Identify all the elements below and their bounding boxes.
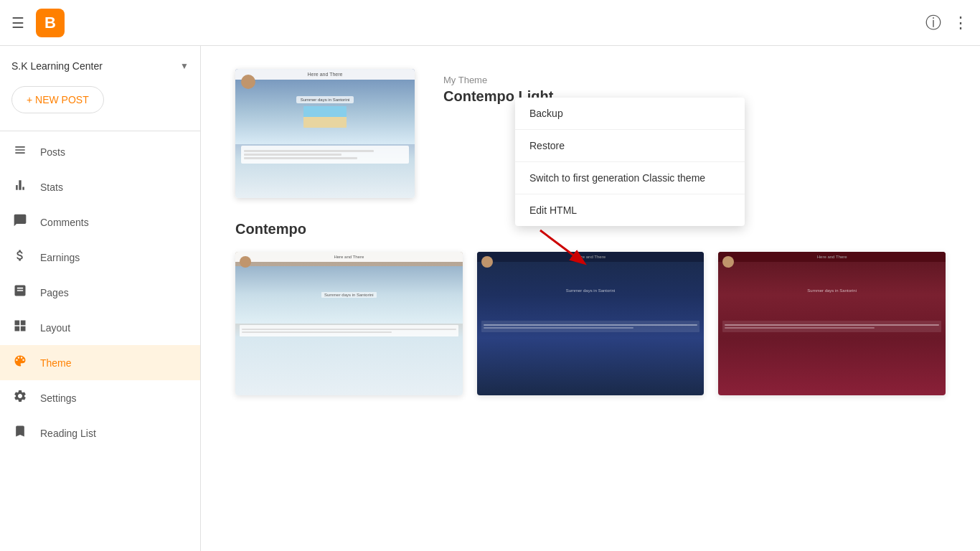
main-layout: S.K Learning Center ▼ + NEW POST Posts S… [0, 46, 980, 551]
preview-avatar [241, 75, 255, 89]
new-post-button[interactable]: + NEW POST [11, 86, 104, 113]
preview-header: Here and There [235, 69, 415, 80]
dropdown-item-backup[interactable]: Backup [515, 98, 745, 130]
pages-icon [11, 283, 29, 301]
dropdown-menu: Backup Restore Switch to first generatio… [515, 98, 745, 226]
sidebar-item-settings[interactable]: Settings [0, 380, 200, 415]
sidebar-label-theme: Theme [40, 357, 72, 369]
menu-icon[interactable]: ☰ [11, 14, 24, 32]
sidebar-label-stats: Stats [40, 182, 63, 193]
card-content-red [722, 321, 941, 332]
card-avatar-light [240, 256, 251, 268]
theme-card-light[interactable]: Here and There Summer days in Santorini [235, 252, 463, 395]
sidebar-label-comments: Comments [40, 217, 89, 228]
card-content-dark [481, 321, 700, 332]
theme-grid: Here and There Summer days in Santorini … [235, 252, 946, 395]
blogger-logo: B [36, 9, 65, 37]
blog-selector-arrow: ▼ [180, 61, 189, 71]
theme-icon [11, 354, 29, 372]
card-header-dark: Here and There [477, 252, 705, 262]
sidebar-item-stats[interactable]: Stats [0, 169, 200, 204]
my-theme-preview: Here and There Summer days in Santorini [235, 69, 415, 198]
help-icon[interactable]: ⓘ [925, 12, 941, 34]
sidebar-divider [0, 131, 200, 131]
sidebar-item-theme[interactable]: Theme [0, 345, 200, 380]
settings-icon [11, 389, 29, 407]
dropdown-item-switch-classic[interactable]: Switch to first generation Classic theme [515, 162, 745, 194]
card-content-light [240, 325, 458, 336]
content-area: Here and There Summer days in Santorini … [201, 46, 980, 551]
blog-name: S.K Learning Center [11, 60, 174, 72]
sidebar-label-reading-list: Reading List [40, 428, 96, 439]
theme-card-red[interactable]: Here and There Summer days in Santorini [718, 252, 946, 395]
sidebar-item-comments[interactable]: Comments [0, 204, 200, 240]
theme-card-dark[interactable]: Here and There Summer days in Santorini [477, 252, 705, 395]
header: ☰ B ⓘ ⋮ [0, 0, 980, 46]
header-left: ☰ B [11, 9, 65, 37]
my-theme-label: My Theme [443, 75, 553, 85]
card-header-red: Here and There [718, 252, 946, 262]
sidebar-label-pages: Pages [40, 287, 69, 298]
dropdown-item-edit-html[interactable]: Edit HTML [515, 194, 745, 226]
layout-icon [11, 319, 29, 336]
sidebar: S.K Learning Center ▼ + NEW POST Posts S… [0, 46, 201, 551]
card-avatar-dark [481, 256, 493, 268]
header-right: ⓘ ⋮ [925, 12, 969, 34]
sidebar-label-settings: Settings [40, 392, 77, 404]
sidebar-item-posts[interactable]: Posts [0, 134, 200, 169]
sidebar-label-posts: Posts [40, 146, 65, 158]
blog-selector[interactable]: S.K Learning Center ▼ [0, 55, 200, 77]
stats-icon [11, 178, 29, 196]
earnings-icon [11, 248, 29, 266]
my-theme-section: Here and There Summer days in Santorini … [235, 69, 946, 198]
more-options-icon[interactable]: ⋮ [953, 14, 969, 32]
dropdown-item-restore[interactable]: Restore [515, 130, 745, 162]
sidebar-item-layout[interactable]: Layout [0, 310, 200, 345]
sidebar-item-reading-list[interactable]: Reading List [0, 415, 200, 451]
reading-list-icon [11, 424, 29, 442]
sidebar-label-earnings: Earnings [40, 252, 80, 263]
contempo-section: Contempo Here and There Summer days in S… [235, 221, 946, 395]
comments-icon [11, 213, 29, 231]
preview-content [241, 146, 409, 164]
posts-icon [11, 143, 29, 161]
sidebar-item-earnings[interactable]: Earnings [0, 240, 200, 275]
card-header-light: Here and There [235, 252, 463, 262]
sidebar-item-pages[interactable]: Pages [0, 275, 200, 310]
sidebar-label-layout: Layout [40, 322, 70, 334]
